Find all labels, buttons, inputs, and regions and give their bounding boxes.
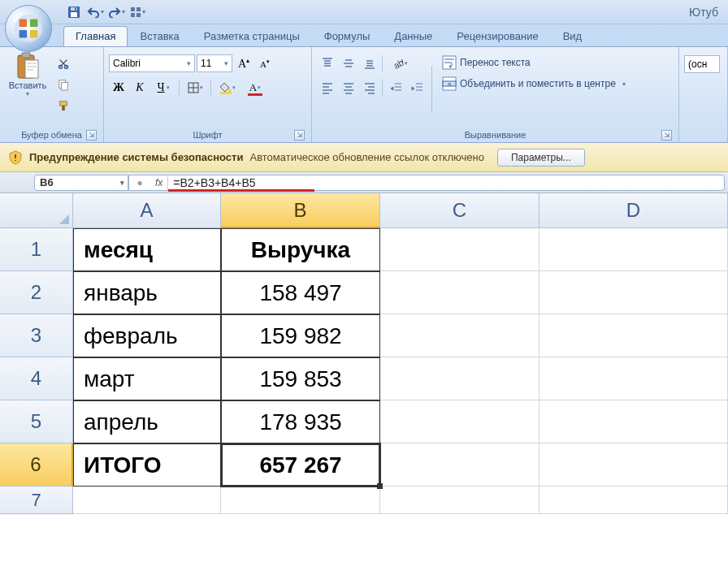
security-options-button[interactable]: Параметры... [497,149,585,167]
align-middle-icon[interactable] [338,54,358,73]
decrease-indent-icon[interactable] [386,78,405,97]
cell-A3[interactable]: февраль [73,314,221,357]
tab-data[interactable]: Данные [382,26,444,46]
cell-C4[interactable] [380,357,540,400]
cell-A7[interactable] [73,487,221,514]
col-header-D[interactable]: D [540,193,728,228]
svg-text:ab: ab [392,58,405,70]
row-header-5[interactable]: 5 [0,400,73,443]
cell-B7[interactable] [221,487,380,514]
cell-C1[interactable] [380,228,540,271]
cut-icon[interactable] [54,54,73,73]
tab-home[interactable]: Главная [63,26,128,46]
align-top-icon[interactable] [317,54,336,73]
name-box[interactable]: B6▾ [34,175,128,191]
cell-D2[interactable] [540,271,728,314]
merge-center-button[interactable]: a Объединить и поместить в центре ▾ [437,75,630,93]
shield-icon [8,150,23,165]
wrap-text-label: Перенос текста [460,57,531,68]
cell-D5[interactable] [540,400,728,443]
align-right-icon[interactable] [359,78,379,97]
cell-A2[interactable]: январь [73,271,221,314]
increase-indent-icon[interactable] [407,78,427,97]
svg-rect-14 [22,53,30,58]
cell-D4[interactable] [540,357,728,400]
svg-rect-7 [136,13,141,17]
tab-formulas[interactable]: Формулы [312,26,383,46]
formula-input[interactable]: =B2+B3+B4+B5 [168,176,724,189]
italic-icon[interactable]: К [130,78,150,97]
fill-color-icon[interactable]: ▾ [214,78,240,97]
font-name-combo[interactable]: Calibri▾ [109,54,195,72]
alignment-launcher-icon[interactable]: ⇲ [661,130,672,141]
qat-extra-icon[interactable]: ▾ [128,3,146,21]
undo-icon[interactable]: ▾ [86,3,104,21]
underline-icon[interactable]: Ч▾ [151,78,176,97]
cell-B5[interactable]: 178 935 [221,400,380,443]
wrap-text-button[interactable]: Перенос текста [437,54,630,71]
orientation-icon[interactable]: ab▾ [386,54,414,73]
tab-insert[interactable]: Вставка [128,26,191,46]
svg-point-8 [15,15,42,42]
col-header-C[interactable]: C [380,193,540,228]
quick-access-toolbar: ▾ ▾ ▾ [65,3,146,21]
format-painter-icon[interactable] [54,96,73,115]
row-header-3[interactable]: 3 [0,314,73,357]
clipboard-launcher-icon[interactable]: ⇲ [86,130,97,141]
office-button[interactable] [5,5,52,52]
ribbon: Вставить ▾ Буфер обмена⇲ Calibri▾ 11▾ A▴… [0,47,728,143]
align-left-icon[interactable] [317,78,336,97]
row-header-6[interactable]: 6 [0,443,73,487]
tab-view[interactable]: Вид [551,26,595,46]
cell-C6[interactable] [380,443,540,487]
merge-center-label: Объединить и поместить в центре [460,78,616,89]
cell-B1[interactable]: Выручка [221,228,380,271]
align-center-icon[interactable] [338,78,358,97]
font-color-icon[interactable]: A▾ [242,78,268,97]
number-format-combo[interactable]: (осн [684,55,720,73]
svg-rect-9 [20,19,27,27]
tab-review[interactable]: Рецензирование [444,26,550,46]
cell-B6[interactable]: 657 267 [221,443,380,487]
cell-A4[interactable]: март [73,357,221,400]
borders-icon[interactable]: ▾ [183,78,207,97]
increase-font-icon[interactable]: A▴ [234,54,254,73]
cell-A5[interactable]: апрель [73,400,221,443]
save-icon[interactable] [65,3,83,21]
cell-B3[interactable]: 159 982 [221,314,380,357]
cell-B4[interactable]: 159 853 [221,357,380,400]
cell-C5[interactable] [380,400,540,443]
cell-D3[interactable] [540,314,728,357]
row-header-2[interactable]: 2 [0,271,73,314]
select-all-corner[interactable] [0,193,73,228]
align-bottom-icon[interactable] [359,54,379,73]
cell-D7[interactable] [540,487,728,514]
redo-icon[interactable]: ▾ [107,3,125,21]
cell-A6[interactable]: ИТОГО [73,443,221,487]
svg-rect-23 [220,92,232,94]
font-launcher-icon[interactable]: ⇲ [294,130,305,141]
row-header-1[interactable]: 1 [0,228,73,271]
spreadsheet-grid[interactable]: A B C D 1 месяц Выручка 2 январь 158 497… [0,193,728,514]
bold-icon[interactable]: Ж [109,78,128,97]
cell-B2[interactable]: 158 497 [221,271,380,314]
col-header-B[interactable]: B [221,193,380,228]
cell-D1[interactable] [540,228,728,271]
row-header-7[interactable]: 7 [0,487,73,514]
cell-C3[interactable] [380,314,540,357]
paste-label: Вставить [9,80,47,90]
row-header-4[interactable]: 4 [0,357,73,400]
col-header-A[interactable]: A [73,193,221,228]
cancel-formula-icon[interactable]: ● [129,175,150,190]
font-size-combo[interactable]: 11▾ [197,54,232,72]
svg-text:a: a [448,80,452,88]
tab-pagelayout[interactable]: Разметка страницы [192,26,312,46]
paste-button[interactable]: Вставить ▾ [5,50,50,100]
cell-C7[interactable] [380,487,540,514]
copy-icon[interactable] [54,75,73,94]
cell-D6[interactable] [540,443,728,487]
cell-A1[interactable]: месяц [73,228,221,271]
cell-C2[interactable] [380,271,540,314]
decrease-font-icon[interactable]: A▾ [255,54,275,73]
fx-icon[interactable]: fx [150,175,168,190]
